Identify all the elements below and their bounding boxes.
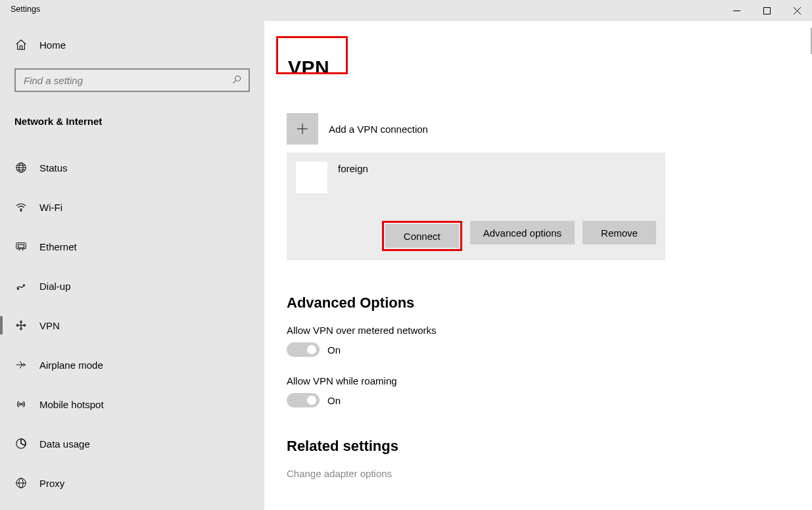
- svg-point-11: [20, 210, 22, 212]
- hotspot-icon: [14, 398, 28, 410]
- toggle-roaming-state: On: [327, 395, 341, 406]
- window-close-button[interactable]: [782, 0, 812, 21]
- sidebar-item-label: Proxy: [39, 478, 64, 489]
- sidebar-item-label: Dial-up: [39, 281, 71, 292]
- svg-line-27: [21, 444, 25, 446]
- vpn-icon: [14, 319, 28, 331]
- advanced-options-heading: Advanced Options: [287, 294, 812, 312]
- sidebar-item-status[interactable]: Status: [0, 148, 264, 187]
- ethernet-icon: [14, 241, 28, 252]
- toggle-metered-state: On: [327, 344, 341, 356]
- window-title: Settings: [0, 0, 40, 14]
- sidebar-item-label: Data usage: [39, 438, 90, 450]
- wifi-icon: [14, 201, 28, 213]
- plus-icon: [287, 113, 318, 145]
- sidebar-item-dialup[interactable]: Dial-up: [0, 266, 264, 306]
- proxy-icon: [14, 477, 28, 489]
- sidebar-item-vpn[interactable]: VPN: [0, 306, 264, 345]
- sidebar-item-label: Wi-Fi: [39, 202, 62, 213]
- sidebar-item-label: Mobile hotspot: [39, 399, 104, 410]
- svg-point-24: [20, 404, 22, 405]
- svg-point-17: [23, 285, 24, 286]
- sidebar-item-datausage[interactable]: Data usage: [0, 424, 264, 463]
- page-title: VPN: [287, 55, 345, 80]
- toggle-metered: Allow VPN over metered networks On: [287, 325, 812, 357]
- vpn-connection-icon: [296, 162, 327, 193]
- home-icon: [14, 39, 28, 51]
- svg-point-16: [17, 288, 18, 289]
- toggle-metered-switch[interactable]: [287, 342, 320, 357]
- sidebar-item-proxy[interactable]: Proxy: [0, 463, 264, 503]
- advanced-options-button[interactable]: Advanced options: [470, 221, 575, 244]
- airplane-icon: [14, 359, 28, 371]
- connect-button[interactable]: Connect: [385, 224, 459, 248]
- add-vpn-label: Add a VPN connection: [329, 124, 428, 135]
- sidebar-home-label: Home: [39, 39, 66, 51]
- related-settings-heading: Related settings: [287, 438, 812, 455]
- toggle-metered-label: Allow VPN over metered networks: [287, 325, 812, 336]
- highlight-connect-box: Connect: [382, 221, 462, 251]
- sidebar-item-hotspot[interactable]: Mobile hotspot: [0, 384, 264, 424]
- sidebar: Home Network & Internet Stat: [0, 21, 264, 510]
- toggle-roaming: Allow VPN while roaming On: [287, 375, 812, 407]
- sidebar-item-ethernet[interactable]: Ethernet: [0, 227, 264, 266]
- sidebar-item-label: Ethernet: [39, 241, 77, 252]
- sidebar-item-label: VPN: [39, 320, 60, 331]
- window-maximize-button[interactable]: [752, 0, 782, 21]
- search-input-wrapper[interactable]: [14, 68, 250, 92]
- data-usage-icon: [14, 438, 28, 450]
- sidebar-item-airplane[interactable]: Airplane mode: [0, 345, 264, 384]
- change-adapter-options-link[interactable]: Change adapter options: [287, 468, 812, 479]
- search-input[interactable]: [22, 74, 231, 87]
- toggle-roaming-switch[interactable]: [287, 393, 320, 407]
- vpn-connection-name: foreign: [338, 163, 368, 174]
- sidebar-category: Network & Internet: [0, 92, 264, 136]
- svg-rect-1: [763, 7, 770, 14]
- window-controls: [721, 0, 812, 21]
- sidebar-item-label: Status: [39, 162, 68, 174]
- sidebar-home[interactable]: Home: [0, 21, 264, 68]
- vpn-connection-card[interactable]: foreign Connect Advanced options Remove: [287, 152, 665, 260]
- svg-rect-13: [18, 244, 24, 248]
- sidebar-item-label: Airplane mode: [39, 359, 103, 371]
- window-minimize-button[interactable]: [721, 0, 752, 21]
- sidebar-nav: Status Wi-Fi Ethernet: [0, 136, 264, 503]
- content-area: VPN Add a VPN connection foreign Connect…: [264, 21, 812, 510]
- toggle-roaming-label: Allow VPN while roaming: [287, 375, 812, 386]
- dialup-icon: [14, 280, 28, 292]
- remove-button[interactable]: Remove: [583, 221, 656, 244]
- globe-icon: [14, 162, 28, 174]
- svg-line-5: [233, 80, 235, 83]
- sidebar-item-wifi[interactable]: Wi-Fi: [0, 187, 264, 227]
- add-vpn-button[interactable]: Add a VPN connection: [287, 113, 812, 145]
- svg-point-4: [235, 76, 241, 81]
- search-icon: [231, 74, 242, 87]
- titlebar: Settings: [0, 0, 812, 21]
